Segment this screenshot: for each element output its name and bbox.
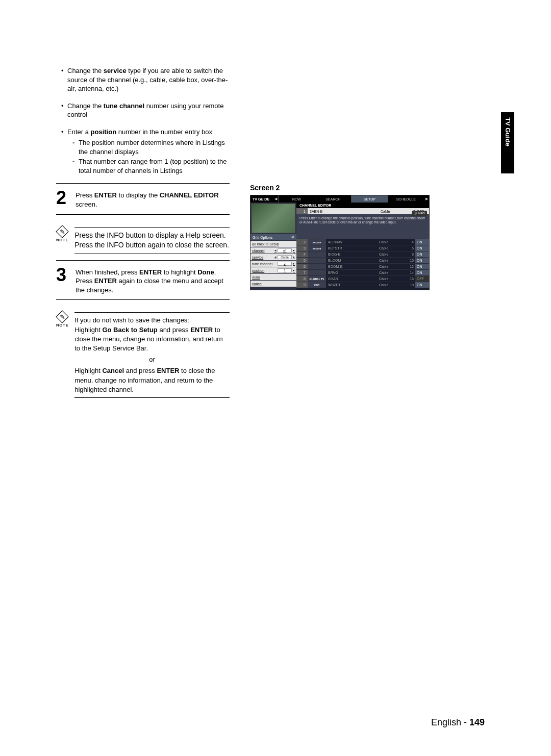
sub-bullet: The position number determines where in … (72, 138, 230, 156)
option-label: service (252, 256, 263, 259)
text: and press (124, 367, 157, 374)
tv-topbar: TV GUIDE ◀ NOW SEARCH SETUP SCHEDULE ▶ (251, 195, 429, 203)
channel-name: ACTN-W (326, 240, 379, 244)
footer-lang: English - (431, 717, 469, 727)
channel-editor-header: CHANNEL EDITOR (296, 203, 429, 208)
channel-num: 5 (296, 258, 308, 263)
step-text: When finished, press ENTER to highlight … (76, 266, 230, 295)
channel-state: ON (415, 264, 429, 269)
text: When finished, press (76, 268, 139, 276)
channel-tune: 18 (405, 283, 415, 287)
text: Highlight (74, 326, 102, 334)
step-text: Press ENTER to display the CHANNEL EDITO… (76, 189, 230, 209)
note-2: ✎ NOTE If you do not wish to save the ch… (56, 312, 230, 398)
tv-preview (252, 204, 295, 233)
channel-service: Cable (379, 259, 405, 262)
channel-num: 4 (296, 251, 308, 257)
info-button: ⓘ INFO (412, 211, 427, 216)
channel-num: 6 (296, 264, 308, 269)
channel-row: 4BIOG-ECable8ON (296, 251, 429, 257)
bold-text: CHANNEL EDITOR (160, 191, 219, 199)
text: screen. (76, 200, 97, 208)
channel-list: 2encoreACTN-WCable4ON3encoreBETSTRCable6… (296, 239, 429, 290)
channel-num: 3 (296, 245, 308, 251)
note-label: NOTE (56, 238, 68, 242)
channel-name: WBZDT (326, 283, 379, 287)
step-2: 2 Press ENTER to display the CHANNEL EDI… (56, 183, 230, 214)
option-label: channel (252, 249, 265, 253)
channel-service: Cable (379, 240, 405, 244)
channel-state: ON (415, 239, 429, 245)
channel-logo: GLOBAL TV (308, 276, 326, 282)
channel-num: 9 (296, 282, 308, 288)
text: Press (76, 191, 94, 199)
note-body: Press the INFO button to display a Help … (74, 227, 230, 254)
tv-logo: TV GUIDE (251, 197, 273, 201)
channel-name: BOOM-E (326, 265, 379, 268)
note-icon: ✎ NOTE (56, 227, 68, 242)
channel-service: Cable (379, 271, 405, 274)
bold-text: tune channel (104, 102, 144, 110)
text: Grid Options (253, 236, 272, 239)
bold-text: Go Back to Setup (102, 326, 157, 334)
tab-search: SEARCH (315, 195, 352, 203)
bullet-item: Change the service type if you are able … (61, 66, 230, 93)
left-column: Change the service type if you are able … (56, 66, 230, 398)
channel-row: 3encoreBETSTRCable6ON (296, 245, 429, 251)
screen-label: Screen 2 (250, 184, 429, 192)
bold-text: service (104, 67, 127, 74)
text: If you do not wish to save the changes: (74, 316, 230, 325)
grid-option-row: service◂Cable▸ (251, 254, 296, 260)
tab-now: NOW (278, 195, 315, 203)
channel-state: ON (415, 258, 429, 263)
bold-text: ENTER (139, 268, 162, 276)
sub-bullet: That number can range from 1 (top positi… (72, 157, 230, 175)
channel-tune: 10 (405, 259, 415, 262)
option-value: 2 (278, 262, 292, 266)
text: and press (158, 326, 190, 334)
step-3: 3 When finished, press ENTER to highligh… (56, 260, 230, 300)
channel-num: 8 (296, 276, 308, 282)
bullet-list: Change the service type if you are able … (56, 66, 230, 175)
grid-option-row: done (251, 274, 296, 280)
tv-guide-screenshot: TV GUIDE ◀ NOW SEARCH SETUP SCHEDULE ▶ G… (250, 195, 430, 290)
channel-service: Cable (381, 210, 406, 213)
channel-name: BRVO (326, 271, 379, 274)
channel-row: 6BOOM-ECable12ON (296, 263, 429, 269)
channel-state: ON (415, 251, 429, 257)
grid-options-header: Grid Options⊘ (251, 234, 296, 240)
grid-option-row: position1▸ (251, 267, 296, 273)
chevron-icon: ▸ (293, 268, 295, 272)
channel-state: OFF (415, 276, 429, 282)
text: number in the number entry box (116, 128, 212, 136)
or-text: or (74, 355, 230, 364)
text: to highlight (162, 268, 197, 276)
arrow-right-icon: ▶ (424, 197, 429, 201)
text: Press (76, 277, 94, 285)
bold-text: Cancel (102, 367, 124, 374)
tab-schedule: SCHEDULE (388, 195, 424, 203)
bold-text: Done (197, 268, 214, 276)
chevron-icon: ▸ (293, 248, 295, 253)
tab-setup: SETUP (351, 195, 388, 203)
option-label: position (252, 269, 264, 272)
arrow-left-icon: ◀ (273, 197, 278, 201)
channel-name: BETSTR (326, 246, 379, 250)
text: Highlight (74, 367, 102, 374)
channel-row: 5BLOOMCable10ON (296, 257, 429, 263)
channel-tune: 16 (405, 277, 415, 281)
option-label: cancel (252, 282, 262, 286)
channel-num: 2 (296, 239, 308, 245)
channel-logo (308, 270, 326, 275)
channel-logo: CBC (308, 282, 326, 288)
grid-option-row: channel◂off▸ (251, 247, 296, 254)
text: Change the (67, 67, 104, 74)
bold-text: ENTER (190, 326, 213, 334)
channel-logo (308, 251, 326, 257)
option-label: done (252, 275, 260, 279)
text: . (214, 268, 216, 276)
channel-name: CHAN (326, 277, 379, 281)
channel-row: 7BRVOCable14ON (296, 269, 429, 275)
bold-text: ENTER (94, 191, 117, 199)
bold-text: ENTER (94, 277, 117, 285)
